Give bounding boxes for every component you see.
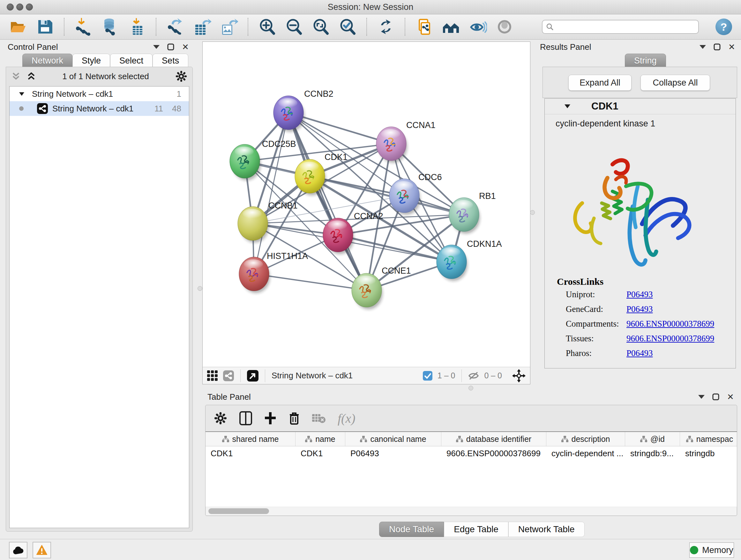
tab-sets[interactable]: Sets [152,54,188,67]
column-header-namespac[interactable]: namespac [680,432,737,446]
gene-card-header[interactable]: CDK1 [545,99,736,114]
function-builder-icon[interactable]: f(x) [338,411,355,426]
table-cell[interactable]: CDK1 [205,446,295,460]
horizontal-splitter-handle[interactable] [468,386,473,390]
tab-style[interactable]: Style [72,54,110,67]
table-cell[interactable]: cyclin-dependent ... [546,446,625,460]
network-node-RB1[interactable] [449,198,480,234]
zoom-in-icon[interactable] [258,17,276,36]
network-collection-row[interactable]: String Network – cdk1 1 [10,86,189,101]
network-canvas[interactable]: CCNB2CCNA1CDC25BCDK1CDC6RB1CCNB1CCNA2CDK… [203,42,530,367]
column-header-name[interactable]: name [295,432,345,446]
network-row-selected[interactable]: String Network – cdk1 11 48 [10,101,189,116]
expand-all-icon[interactable] [26,72,36,80]
collapse-all-icon[interactable] [11,72,21,80]
left-splitter-handle[interactable] [198,286,202,291]
network-options-gear-icon[interactable] [175,70,187,82]
string-eye-icon[interactable] [468,17,487,36]
selected-checkbox-icon[interactable] [423,371,432,381]
hidden-eye-icon[interactable] [468,371,479,381]
zoom-selected-icon[interactable] [338,17,357,36]
expand-all-button[interactable]: Expand All [568,75,631,91]
open-session-icon[interactable] [9,17,27,36]
scrollbar-thumb[interactable] [208,508,269,514]
tab-select[interactable]: Select [110,54,152,67]
network-node-CDKN1A[interactable] [436,245,468,281]
gene-name: CDK1 [591,101,618,112]
save-session-icon[interactable] [36,17,54,36]
table-cell[interactable]: CDK1 [295,446,345,460]
crosslink-link[interactable]: 9606.ENSP00000378699 [626,334,714,344]
refresh-layout-icon[interactable] [377,17,395,36]
gene-expander-icon[interactable] [564,105,570,108]
export-network-icon[interactable] [166,17,185,36]
import-table-icon[interactable] [128,17,146,36]
import-network-file-icon[interactable] [74,17,92,36]
string-home-icon[interactable] [442,17,460,36]
search-input[interactable] [554,21,698,33]
close-panel-icon[interactable]: ✕ [728,43,735,51]
table-options-gear-icon[interactable] [214,412,227,425]
edge-CCNB2-HIST1H1A[interactable] [254,113,288,274]
network-node-CCNB1[interactable] [238,206,269,243]
tab-network-table[interactable]: Network Table [509,522,585,537]
tab-node-table[interactable]: Node Table [379,522,444,537]
right-splitter-handle[interactable] [530,210,535,215]
warning-status-button[interactable] [32,542,51,558]
column-header-shared-name[interactable]: shared name [205,432,295,446]
float-panel-icon[interactable] [714,44,721,51]
zoom-fit-icon[interactable] [312,17,330,36]
delete-table-icon[interactable] [312,413,326,424]
float-panel-icon[interactable] [712,393,719,400]
zoom-out-icon[interactable] [285,17,303,36]
add-column-icon[interactable] [264,412,276,425]
pan-crosshair-icon[interactable] [512,369,526,382]
help-button[interactable]: ? [716,18,732,35]
network-view[interactable]: CCNB2CCNA1CDC25BCDK1CDC6RB1CCNB1CCNA2CDK… [202,42,530,384]
birds-eye-view-icon[interactable] [247,370,259,381]
close-panel-icon[interactable]: ✕ [727,393,734,401]
import-network-database-icon[interactable] [101,17,119,36]
collapse-panel-icon[interactable] [698,395,704,399]
results-tab-string[interactable]: String [625,54,666,67]
tab-network[interactable]: Network [22,54,72,67]
glass-sphere-icon[interactable] [495,17,514,36]
delete-column-icon[interactable] [288,412,300,425]
float-panel-icon[interactable] [167,44,174,51]
network-node-CDK1[interactable] [295,159,326,195]
table-cell[interactable]: P06493 [345,446,441,460]
collapse-all-button[interactable]: Collapse All [641,75,710,91]
column-header-database-identifier[interactable]: database identifier [441,432,546,446]
cloud-status-button[interactable] [9,542,27,558]
export-table-icon[interactable] [193,17,211,36]
network-node-CCNB2[interactable] [273,96,305,132]
collapse-panel-icon[interactable] [153,45,159,49]
network-node-HIST1H1A[interactable] [239,257,270,293]
table-cell[interactable]: 9606.ENSP00000378699 [441,446,546,460]
crosslink-link[interactable]: P06493 [626,290,653,300]
network-view-mode-icon[interactable] [223,370,234,381]
table-cell[interactable]: stringdb:9... [625,446,680,460]
show-columns-icon[interactable] [239,411,252,425]
crosslink-link[interactable]: P06493 [626,348,653,358]
tab-edge-table[interactable]: Edge Table [444,522,509,537]
expander-icon[interactable] [19,92,24,96]
collapse-panel-icon[interactable] [699,45,706,49]
grid-view-icon[interactable] [207,370,218,381]
table-cell[interactable]: stringdb [680,446,737,460]
search-box[interactable] [542,20,699,34]
network-node-CCNE1[interactable] [352,273,383,309]
column-header-description[interactable]: description [546,432,625,446]
network-node-CCNA1[interactable] [376,127,407,163]
edge-HIST1H1A-CCNE1[interactable] [254,274,367,290]
crosslink-link[interactable]: 9606.ENSP00000378699 [626,319,714,329]
column-header--id[interactable]: @id [625,432,680,446]
memory-button[interactable]: Memory [689,543,734,558]
crosslink-link[interactable]: P06493 [626,304,653,314]
edge-CCNB2-CCNE1[interactable] [288,113,367,290]
table-row[interactable]: CDK1CDK1P064939606.ENSP00000378699cyclin… [205,446,737,460]
clone-network-icon[interactable] [415,17,433,36]
export-image-icon[interactable] [219,17,238,36]
close-panel-icon[interactable]: ✕ [182,43,189,51]
column-header-canonical-name[interactable]: canonical name [345,432,441,446]
